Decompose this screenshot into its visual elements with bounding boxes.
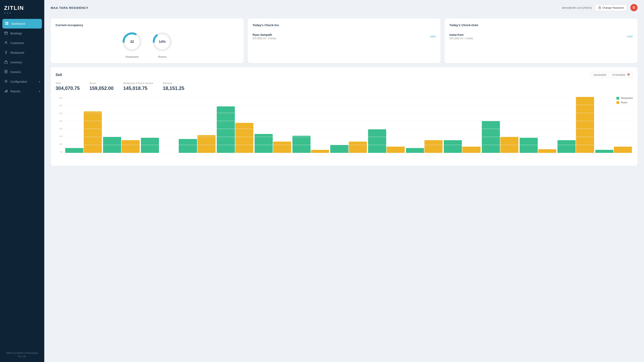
bar-group: [330, 142, 367, 153]
checkout-item: Ivana Keer 203 (DELUX / 2 beds) #492: [450, 31, 633, 42]
sidebar-item-configuration-label: Configuration: [10, 80, 27, 83]
bar-group: [254, 134, 291, 153]
change-password-label: Change Password: [602, 6, 624, 9]
svg-rect-2: [6, 23, 7, 25]
bar-restaurant: [65, 148, 83, 153]
bar-group: [482, 121, 518, 153]
stat-discount-value: 18,151.25: [163, 85, 184, 91]
svg-rect-12: [599, 7, 601, 9]
chevron-down-icon: ▾: [39, 80, 40, 83]
invoices-icon: [4, 70, 8, 74]
rooms-gauge-value: 14%: [159, 40, 166, 44]
bar-restaurant: [217, 106, 235, 153]
bar-restaurant: [330, 145, 348, 153]
checkout-name: Ivana Keer: [450, 33, 473, 36]
restaurant-gauge: 32: [121, 31, 143, 53]
checkouts-title: Today's Check-Outs: [450, 23, 633, 27]
svg-rect-1: [7, 22, 8, 23]
bar-group: [65, 111, 102, 153]
sidebar-item-restaurant[interactable]: Restaurant: [0, 48, 44, 57]
checkin-info: Ryan Sampath 203 (DELUX / 2 beds): [252, 33, 276, 40]
sidebar-item-dashboard-label: Dashboard: [11, 22, 25, 25]
sidebar-item-restaurant-label: Restaurant: [10, 51, 24, 54]
sidebar-item-customers[interactable]: Customers: [0, 38, 44, 48]
logo-text: ZITLIN: [4, 5, 40, 11]
svg-rect-4: [5, 32, 8, 34]
bar-restaurant: [368, 129, 386, 153]
rooms-gauge-container: 14% Rooms: [151, 31, 173, 58]
sidebar-item-dashboard[interactable]: Dashboard: [2, 19, 42, 28]
checkout-link[interactable]: #492: [627, 35, 633, 38]
bar-restaurant: [103, 137, 121, 153]
bar-restaurant: [406, 148, 424, 153]
y-label-5k: 5K: [60, 151, 63, 153]
sidebar-item-inventory-label: Inventory: [10, 61, 22, 64]
checkouts-card: Today's Check-Outs Ivana Keer 203 (DELUX…: [444, 18, 638, 63]
y-label-20k: 20K: [59, 127, 63, 130]
svg-rect-11: [7, 90, 7, 92]
bar-restaurant: [254, 134, 273, 153]
checkout-info: Ivana Keer 203 (DELUX / 2 beds): [450, 33, 473, 40]
bar-restaurant: [444, 140, 462, 153]
sidebar-item-invoices[interactable]: Invoices: [0, 67, 44, 77]
bar-restaurant: [595, 150, 614, 153]
sidebar-item-invoices-label: Invoices: [10, 70, 21, 74]
user-avatar[interactable]: G: [630, 4, 638, 11]
bar-room: [576, 97, 594, 153]
date-range-picker[interactable]: 13/12/2022 → 27/12/2022 📅: [591, 72, 633, 78]
occupancy-title: Current occupancy: [56, 23, 239, 27]
bar-group: [444, 140, 480, 153]
sidebar-item-reports[interactable]: Reports ▾: [0, 86, 44, 96]
svg-point-8: [6, 81, 7, 82]
chart-wrapper: 40K 35K 30K 25K 20K 15K 10K 5K: [56, 97, 633, 153]
bar-group: [558, 97, 594, 153]
cards-row: Current occupancy 32: [51, 18, 638, 63]
bar-room: [122, 140, 140, 153]
occupancy-card: Current occupancy 32: [51, 18, 244, 63]
svg-rect-0: [6, 22, 7, 23]
bar-group: [179, 135, 215, 153]
restaurant-gauge-container: 32 Restaurant: [121, 31, 143, 58]
sidebar-item-inventory[interactable]: Inventory: [0, 57, 44, 67]
chevron-down-icon: ▾: [39, 90, 40, 93]
date-from: 13/12/2022: [593, 73, 606, 76]
occupancy-gauges: 32 Restaurant 14%: [56, 31, 239, 58]
bar-room: [386, 147, 405, 153]
svg-rect-3: [7, 23, 8, 25]
calendar-icon: 📅: [627, 73, 630, 76]
bar-room: [424, 140, 442, 153]
logo-area: ZITLIN 1.2.3: [0, 0, 44, 17]
stat-restaurant-value: 145,018.75: [123, 85, 153, 91]
change-password-button[interactable]: Change Password: [595, 4, 627, 11]
bar-room: [273, 142, 291, 153]
sell-card: Sell 13/12/2022 → 27/12/2022 📅 Total 304…: [51, 67, 638, 166]
content-area: Current occupancy 32: [44, 15, 644, 362]
sidebar: ZITLIN 1.2.3 Dashboard Bookings Customer…: [0, 0, 44, 362]
restaurant-gauge-label: Restaurant: [126, 55, 139, 58]
svg-rect-9: [5, 91, 5, 92]
header-right: demo@zitlin.com [Admin] Change Password …: [562, 4, 638, 11]
bar-restaurant: [482, 121, 500, 153]
sidebar-nav: Dashboard Bookings Customers Restaurant: [0, 17, 44, 347]
bar-room: [235, 123, 253, 153]
sell-header: Sell 13/12/2022 → 27/12/2022 📅: [56, 72, 633, 78]
stat-total: Total 304,070.75: [56, 82, 80, 91]
bars-area: [64, 97, 633, 153]
bookings-icon: [4, 31, 8, 35]
reports-icon: [4, 89, 8, 93]
sidebar-item-bookings[interactable]: Bookings: [0, 28, 44, 38]
bar-restaurant: [141, 138, 159, 153]
bar-group: [595, 147, 632, 153]
bar-group: [141, 138, 178, 153]
y-label-10k: 10K: [59, 143, 63, 145]
bar-room: [198, 135, 216, 153]
sidebar-item-bookings-label: Bookings: [10, 32, 22, 35]
lock-icon: [598, 6, 601, 9]
restaurant-icon: [4, 51, 8, 55]
bar-room: [349, 142, 367, 153]
sidebar-item-configuration[interactable]: Configuration ▾: [0, 77, 44, 86]
bar-group: [368, 129, 405, 153]
page-title: MAA TARA RESIDENCY: [51, 6, 88, 9]
checkin-link[interactable]: #494: [430, 35, 436, 38]
main-content: MAA TARA RESIDENCY demo@zitlin.com [Admi…: [44, 0, 644, 362]
